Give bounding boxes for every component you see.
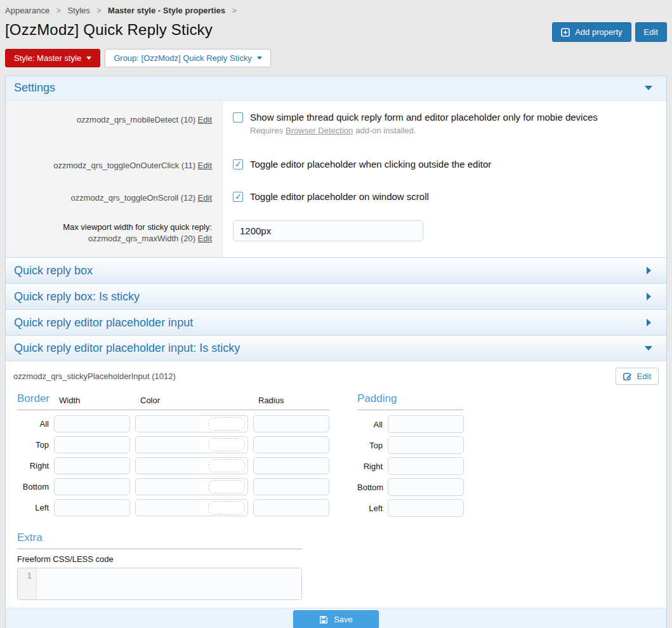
max-width-input[interactable]	[233, 220, 423, 241]
color-swatch[interactable]	[208, 480, 245, 493]
border-all-color-field[interactable]	[135, 415, 248, 432]
property-control-cell	[223, 215, 666, 257]
color-swatch[interactable]	[208, 417, 245, 431]
chevron-right-icon	[647, 267, 651, 274]
border-bottom-radius-input[interactable]	[253, 478, 329, 495]
property-control-cell: Toggle editor placeholder when clicking …	[223, 152, 666, 185]
border-right-radius-input[interactable]	[253, 457, 329, 474]
breadcrumb-current[interactable]: Master style - Style properties	[108, 6, 225, 15]
border-row-top: Top	[17, 436, 329, 453]
property-id: ozzmodz_qrs_toggleOnScroll (12)	[70, 193, 195, 203]
add-property-button[interactable]: Add property	[552, 22, 631, 42]
color-swatch[interactable]	[208, 438, 245, 451]
padding-all-input[interactable]	[388, 415, 464, 433]
border-row-all: All	[17, 415, 329, 432]
edit-button-label: Edit	[644, 27, 658, 37]
padding-right-input[interactable]	[388, 457, 464, 475]
header-buttons: Add property Edit	[552, 22, 667, 42]
settings-section-title: Settings	[14, 81, 55, 95]
expanded-section-body: ozzmodz_qrs_stickyPlaceholderInput (1012…	[6, 361, 666, 608]
chevron-down-icon	[645, 346, 652, 351]
border-left-width-input[interactable]	[54, 499, 130, 516]
property-id: ozzmodz_qrs_maxWidth (20)	[88, 234, 195, 243]
border-bottom-color-field[interactable]	[135, 478, 248, 495]
settings-rows: ozzmodz_qrs_mobileDetect (10) Edit Show …	[6, 101, 666, 257]
border-column-width: Width	[59, 396, 140, 405]
checkbox-label[interactable]: Toggle editor placeholder when clicking …	[250, 159, 491, 170]
property-label-cell: ozzmodz_qrs_toggleOnOuterClick (11) Edit	[6, 152, 223, 185]
padding-group: Padding All Top Right	[357, 392, 464, 520]
edit-button[interactable]: Edit	[635, 22, 667, 42]
section-header-placeholder-input[interactable]: Quick reply editor placeholder input	[6, 309, 666, 335]
border-left-color-field[interactable]	[135, 499, 248, 516]
row-label: All	[357, 420, 388, 429]
section-title: Quick reply box	[14, 264, 93, 277]
breadcrumb-styles[interactable]: Styles	[67, 6, 89, 15]
row-label: Right	[357, 462, 388, 471]
section-header-placeholder-input-is-sticky[interactable]: Quick reply editor placeholder input: Is…	[6, 335, 666, 361]
padding-row-all: All	[357, 415, 464, 433]
group-select-label: Group: [OzzModz] Quick Reply Sticky	[114, 53, 251, 63]
toggle-outer-click-checkbox[interactable]	[233, 159, 243, 170]
property-edit-link[interactable]: Edit	[198, 115, 212, 124]
style-toolbar: Style: Master style Group: [OzzModz] Qui…	[5, 49, 667, 67]
page-header: [OzzModz] Quick Reply Sticky Add propert…	[5, 21, 667, 42]
chevron-down-icon	[645, 86, 652, 90]
breadcrumb-separator: >	[232, 6, 237, 15]
section-title: Quick reply editor placeholder input	[14, 316, 193, 330]
property-edit-link[interactable]: Edit	[198, 193, 212, 203]
breadcrumb-separator: >	[56, 6, 61, 15]
section-header-quick-reply-box[interactable]: Quick reply box	[6, 257, 666, 283]
property-label-cell: ozzmodz_qrs_mobileDetect (10) Edit	[6, 101, 223, 152]
border-right-color-field[interactable]	[135, 457, 248, 474]
editor-line-numbers: 1	[18, 568, 37, 599]
border-all-width-input[interactable]	[54, 415, 130, 432]
section-title: Quick reply editor placeholder input: Is…	[14, 342, 240, 355]
settings-section-header[interactable]: Settings	[6, 76, 666, 101]
border-column-color: Color	[140, 396, 258, 405]
browser-detection-link[interactable]: Browser Detection	[286, 126, 353, 135]
save-button-label: Save	[334, 615, 353, 624]
editor-code-area[interactable]	[37, 568, 301, 599]
breadcrumb-appearance[interactable]: Appearance	[5, 6, 49, 15]
pencil-square-icon	[623, 371, 633, 381]
color-swatch[interactable]	[208, 501, 245, 514]
border-all-radius-input[interactable]	[253, 415, 329, 432]
border-left-radius-input[interactable]	[253, 499, 329, 516]
property-label-cell: ozzmodz_qrs_toggleOnScroll (12) Edit	[6, 185, 223, 215]
save-button[interactable]: Save	[293, 610, 379, 628]
property-label-cell: Max viewport width for sticky quick repl…	[6, 215, 223, 257]
border-top-color-field[interactable]	[135, 436, 248, 453]
panel-footer: Save	[6, 608, 666, 628]
row-label: Right	[17, 461, 54, 471]
padding-row-left: Left	[357, 499, 464, 517]
mobile-detect-checkbox[interactable]	[233, 112, 243, 123]
border-top-width-input[interactable]	[54, 436, 130, 453]
extra-group: Extra Freeform CSS/LESS code 1	[17, 531, 302, 600]
freeform-css-editor[interactable]: 1	[17, 568, 302, 600]
breadcrumb: Appearance > Styles > Master style - Sty…	[5, 6, 667, 15]
padding-row-right: Right	[357, 457, 464, 475]
padding-group-title: Padding	[357, 392, 397, 405]
border-bottom-width-input[interactable]	[54, 478, 130, 495]
padding-bottom-input[interactable]	[388, 478, 464, 496]
checkbox-label[interactable]: Toggle editor placeholder on window scro…	[250, 191, 429, 202]
border-top-radius-input[interactable]	[253, 436, 329, 453]
section-title: Quick reply box: Is sticky	[14, 290, 140, 304]
property-edit-link[interactable]: Edit	[198, 234, 212, 243]
property-id: ozzmodz_qrs_stickyPlaceholderInput (1012…	[13, 371, 176, 381]
padding-left-input[interactable]	[388, 499, 464, 517]
group-select-button[interactable]: Group: [OzzModz] Quick Reply Sticky	[105, 49, 270, 67]
style-select-button[interactable]: Style: Master style	[5, 49, 100, 67]
property-edit-button[interactable]: Edit	[616, 368, 659, 385]
section-header-quick-reply-box-is-sticky[interactable]: Quick reply box: Is sticky	[6, 283, 666, 309]
padding-top-input[interactable]	[388, 436, 464, 454]
style-select-label: Style: Master style	[14, 53, 81, 63]
property-edit-link[interactable]: Edit	[198, 161, 212, 170]
border-right-width-input[interactable]	[54, 457, 130, 474]
color-swatch[interactable]	[208, 459, 245, 472]
property-title: Max viewport width for sticky quick repl…	[6, 222, 212, 232]
row-label: Top	[17, 440, 54, 450]
toggle-on-scroll-checkbox[interactable]	[233, 192, 243, 202]
checkbox-label[interactable]: Show simple thread quick reply form and …	[250, 112, 598, 123]
